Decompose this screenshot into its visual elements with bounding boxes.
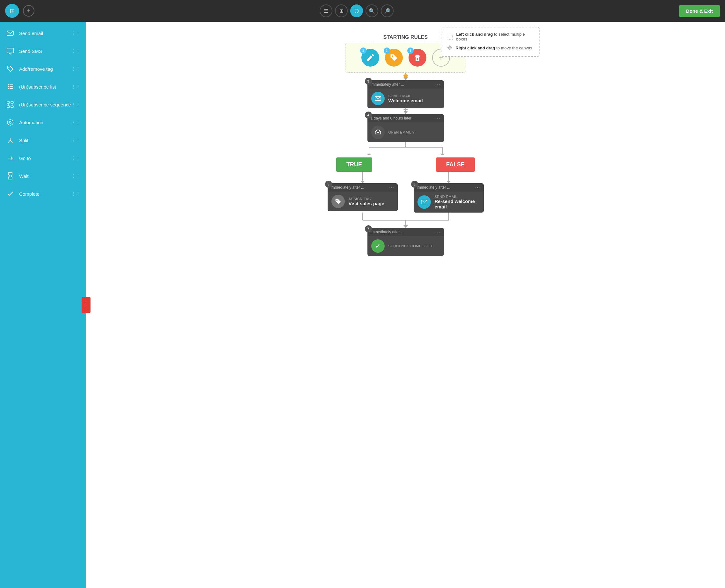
rule-badge-2: 1 [384,47,390,54]
drag-handle[interactable]: ⋮⋮ [71,138,80,143]
grid-view-button[interactable]: ⊞ [335,4,348,17]
svg-line-19 [10,140,13,143]
help-left-click: Left click and drag to select multiple b… [456,32,533,41]
rule-circle-3[interactable]: 1 [408,49,426,67]
sidebar-item-complete[interactable]: Complete ⋮⋮ [0,185,86,203]
wait-label: Wait [19,173,28,179]
drag-handle[interactable]: ⋮⋮ [71,84,80,89]
drag-handle[interactable]: ⋮⋮ [71,191,80,196]
split-icon [6,136,15,145]
node4-badge: 4 [365,111,372,119]
node6-body: SEND EMAIL Re-send welcome email [414,191,484,213]
sidebar-item-automation[interactable]: Automation ⋮⋮ [0,113,86,131]
sidebar-item-unsubscribe-sequence[interactable]: (Un)subscribe sequence ⋮⋮ [0,96,86,113]
svg-line-18 [8,140,10,143]
true-button[interactable]: TRUE [336,158,372,172]
svg-point-15 [9,121,11,123]
rule-badge-1: 1 [360,47,366,54]
arrow-down [403,77,408,80]
node7-body: ✓ SEQUENCE COMPLETED [367,236,444,256]
node7-text: SEQUENCE COMPLETED [388,244,434,248]
assign-tag-node-icon [332,195,345,208]
send-sms-label: Send SMS [19,48,42,54]
false-button[interactable]: FALSE [436,158,475,172]
rule-badge-3: 1 [407,47,414,54]
svg-point-20 [392,56,393,57]
sidebar-item-wait[interactable]: Wait ⋮⋮ [0,167,86,185]
node6-badge: 6 [411,181,418,188]
complete-icon [6,189,15,198]
topbar-center: ☰ ⊞ ⬡ 🔍 🔎 [35,4,679,17]
sidebar-item-send-email[interactable]: Send email ⋮⋮ [0,24,86,42]
drag-handle[interactable]: ⋮⋮ [71,155,80,161]
sidebar: Send email ⋮⋮ Send SMS ⋮⋮ Add/remove tag… [0,22,86,588]
unsubscribe-sequence-label: (Un)subscribe sequence [19,102,71,107]
flow-view-button[interactable]: ⬡ [350,4,363,17]
node7-sequence-completed[interactable]: Immediately after ... ··· ✓ SEQUENCE COM… [367,228,444,256]
svg-point-3 [8,84,9,85]
node5-assign-tag[interactable]: Immediately after ... ··· ASSIGN TAG Vis… [327,183,398,211]
svg-rect-11 [7,106,9,107]
starting-rules-label: STARTING RULES [383,35,428,40]
node4-header: 1 days and 0 hours later ··· [367,114,444,122]
sidebar-item-unsubscribe-list[interactable]: (Un)subscribe list ⋮⋮ [0,78,86,96]
sidebar-item-send-sms[interactable]: Send SMS ⋮⋮ [0,42,86,60]
svg-rect-1 [7,48,14,53]
node3-send-email[interactable]: Immediately after ... ··· SEND EMAIL Wel… [367,80,444,108]
zoom-out-button[interactable]: 🔍 [365,4,378,17]
main-layout: Send email ⋮⋮ Send SMS ⋮⋮ Add/remove tag… [0,22,725,588]
rule-circle-2[interactable]: 1 [385,49,403,67]
drag-handle[interactable]: ⋮⋮ [71,30,80,36]
drag-handle[interactable]: ⋮⋮ [71,120,80,125]
merge-connector-svg [339,213,473,228]
sidebar-collapse-button[interactable]: ⋮ [82,297,90,313]
help-box: ⬚ Left click and drag to select multiple… [441,27,539,57]
send-email-icon [6,29,15,38]
svg-marker-27 [440,154,445,155]
add-button[interactable]: + [23,5,35,17]
node7-badge: 7 [365,225,372,232]
drag-handle[interactable]: ⋮⋮ [71,173,80,178]
node3-text: SEND EMAIL Welcome email [388,94,423,103]
done-exit-button[interactable]: Done & Exit [679,5,720,17]
unsubscribe-list-label: (Un)subscribe list [19,84,56,89]
drag-handle[interactable]: ⋮⋮ [71,66,80,71]
node3-badge: 3 [365,78,372,85]
node6-menu[interactable]: ··· [475,185,480,190]
node3-menu[interactable]: ··· [435,82,441,87]
node4-menu[interactable]: ··· [435,116,441,121]
drag-handle[interactable]: ⋮⋮ [71,102,80,107]
node5-menu[interactable]: ··· [389,185,394,190]
node4-open-email[interactable]: 1 days and 0 hours later ··· OPEN EMAIL … [367,114,444,142]
branch-down-connector-svg [339,172,473,183]
resend-email-node-icon [418,195,431,209]
node4-text: OPEN EMAIL ? [388,130,414,134]
sidebar-item-go-to[interactable]: Go to ⋮⋮ [0,149,86,167]
drag-handle[interactable]: ⋮⋮ [71,48,80,54]
node4-body: OPEN EMAIL ? [367,122,444,142]
topbar: ⊞ + ☰ ⊞ ⬡ 🔍 🔎 Done & Exit [0,0,725,22]
node7-menu[interactable]: ··· [435,230,441,234]
sidebar-item-split[interactable]: Split ⋮⋮ [0,131,86,149]
zoom-in-button[interactable]: 🔎 [381,4,393,17]
node7-header: Immediately after ... ··· [367,228,444,236]
node3-header: Immediately after ... ··· [367,80,444,89]
node5-text: ASSIGN TAG Visit sales page [349,197,384,206]
sidebar-item-add-remove-tag[interactable]: Add/remove tag ⋮⋮ [0,60,86,78]
complete-label: Complete [19,191,40,197]
canvas[interactable]: ⬚ Left click and drag to select multiple… [86,22,725,588]
goto-icon [6,154,15,163]
automation-label: Automation [19,120,43,125]
svg-rect-12 [11,106,14,107]
logo-icon: ⊞ [5,4,19,18]
svg-marker-39 [403,225,408,228]
select-boxes-icon: ⬚ [447,33,453,40]
svg-marker-31 [446,181,451,183]
svg-point-2 [8,67,9,68]
list-view-button[interactable]: ☰ [320,4,333,17]
svg-rect-10 [11,102,14,103]
node6-resend-email[interactable]: Immediately after ... ··· SEND EMAIL Re-… [414,183,484,213]
help-right-click: Right click and drag to move the canvas [456,46,533,50]
rule-circle-1[interactable]: 1 [361,49,379,67]
seq-check-icon: ✓ [371,239,385,253]
